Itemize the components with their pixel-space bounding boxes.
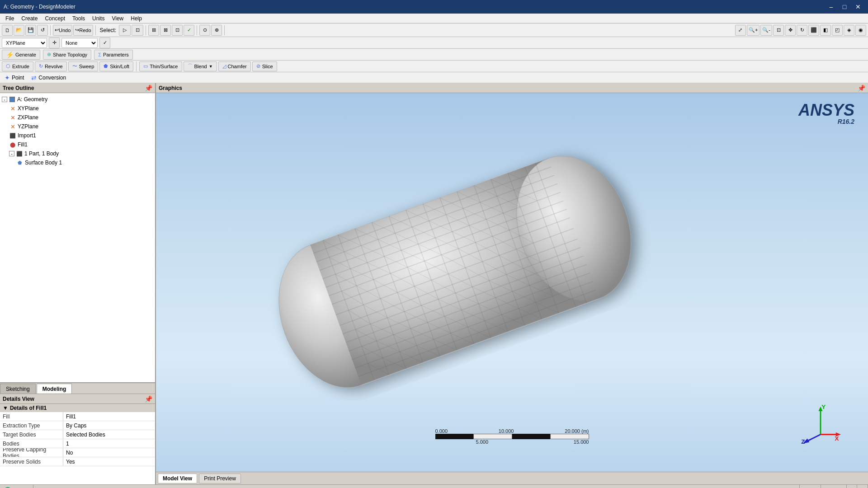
tab-sketching[interactable]: Sketching: [0, 384, 36, 394]
expand-geometry[interactable]: -: [2, 97, 7, 102]
view-btn3[interactable]: ⊡: [172, 25, 183, 36]
extrude-button[interactable]: ⬡ Extrude: [2, 61, 33, 71]
view3d-btn1[interactable]: ⬛: [808, 25, 819, 36]
toolbar3-features: ⬡ Extrude ↻ Revolve 〜 Sweep ⬟ Skin/Loft …: [0, 61, 868, 72]
menu-units[interactable]: Units: [89, 14, 108, 23]
open-button[interactable]: 📂: [14, 25, 24, 36]
select-mode-btn2[interactable]: ⊡: [132, 25, 143, 36]
details-pin-icon[interactable]: 📌: [145, 395, 152, 403]
zoom-fit-btn[interactable]: ⤢: [735, 25, 746, 36]
details-value-fill[interactable]: Fill1: [63, 412, 155, 421]
apply-btn[interactable]: ✓: [99, 38, 110, 48]
point-button[interactable]: ✦ Point: [3, 73, 26, 82]
details-label-preserve-capping: Preserve Capping Bodies: [0, 448, 63, 457]
tab-modeling[interactable]: Modeling: [37, 384, 72, 394]
blend-button[interactable]: ⌒ Blend ▼: [184, 61, 217, 71]
expand-part[interactable]: -: [9, 151, 14, 156]
tool-btn2[interactable]: ⊕: [211, 25, 222, 36]
scale-labels-top: 0.000 10.000 20.000 (m): [435, 428, 589, 434]
menu-view[interactable]: View: [108, 14, 127, 23]
menu-concept[interactable]: Concept: [41, 14, 69, 23]
rotate-btn[interactable]: ↻: [797, 25, 807, 36]
revolve-button[interactable]: ↻ Revolve: [35, 61, 67, 71]
graphics-canvas[interactable]: ANSYS R16.2: [156, 93, 868, 472]
details-section: ▼ Details of Fill1: [0, 404, 155, 412]
details-row-target: Target Bodies Selected Bodies: [0, 430, 155, 439]
sep-features: [136, 61, 137, 71]
tab-model-view[interactable]: Model View: [158, 474, 197, 483]
details-row-extraction: Extraction Type By Caps: [0, 421, 155, 430]
menu-help[interactable]: Help: [127, 14, 146, 23]
titlebar-title: A: Geometry - DesignModeler: [4, 4, 75, 10]
tree-item-zxplane[interactable]: ✕ ZXPlane: [0, 113, 155, 122]
view3d-btn2[interactable]: ◧: [820, 25, 831, 36]
share-topology-label: Share Topology: [53, 52, 87, 57]
menu-tools[interactable]: Tools: [69, 14, 89, 23]
generate-icon: ⚡: [6, 51, 14, 58]
section-collapse-icon[interactable]: ▼: [3, 405, 8, 411]
toolbar4-point: ✦ Point ⇄ Conversion: [0, 72, 868, 83]
menu-create[interactable]: Create: [18, 14, 41, 23]
sweep-button[interactable]: 〜 Sweep: [68, 61, 99, 71]
slice-button[interactable]: ⊘ Slice: [252, 61, 277, 71]
tree-item-import1[interactable]: ⬛ Import1: [0, 131, 155, 140]
scale-label-0: 0.000: [435, 428, 448, 434]
scale-bar: 0.000 10.000 20.000 (m) 5.000 15.000: [435, 428, 589, 445]
tree-item-xyplane[interactable]: ✕ XYPlane: [0, 104, 155, 113]
details-value-extraction[interactable]: By Caps: [63, 421, 155, 430]
tree-item-part[interactable]: - ⬛ 1 Part, 1 Body: [0, 149, 155, 158]
minimize-button[interactable]: ‒: [825, 2, 837, 12]
share-topology-icon: ⊕: [47, 52, 51, 57]
thin-icon: ▭: [143, 63, 148, 69]
chamfer-button[interactable]: ◿ Chamfer: [218, 61, 251, 71]
tree-item-yzplane[interactable]: ✕ YZPlane: [0, 122, 155, 131]
tree-outline: Tree Outline 📌 - A: Geometry ✕ XYPlane ✕: [0, 83, 155, 383]
graphics-pin-icon[interactable]: 📌: [858, 84, 865, 92]
select-mode-btn[interactable]: ▷: [119, 25, 131, 36]
maximize-button[interactable]: □: [838, 2, 851, 12]
details-value-target[interactable]: Selected Bodies: [63, 430, 155, 439]
scale-seg-3: [512, 434, 550, 439]
conversion-label: Conversion: [38, 75, 66, 81]
tree-item-fill1[interactable]: ⬤ Fill1: [0, 140, 155, 149]
generate-button[interactable]: ⚡ Generate: [2, 50, 40, 60]
details-value-preserve-capping[interactable]: No: [63, 448, 155, 457]
details-value-bodies[interactable]: 1: [63, 439, 155, 448]
tree-item-geometry[interactable]: - A: Geometry: [0, 95, 155, 104]
redo-label: Redo: [79, 28, 91, 33]
graphics-header: Graphics 📌: [156, 83, 868, 93]
tree-item-surface-body[interactable]: ⬟ Surface Body 1: [0, 158, 155, 167]
point-icon: ✦: [5, 74, 10, 81]
details-value-preserve-solids[interactable]: Yes: [63, 457, 155, 466]
parameters-button[interactable]: Σ Parameters: [94, 50, 133, 60]
new-button[interactable]: 🗋: [2, 25, 13, 36]
view3d-btn3[interactable]: ◰: [832, 25, 843, 36]
tree-pin-icon[interactable]: 📌: [145, 84, 152, 92]
none-select[interactable]: None: [61, 38, 98, 48]
tool-btn1[interactable]: ⊙: [199, 25, 210, 36]
view-btn4[interactable]: ✓: [184, 25, 194, 36]
view-btn1[interactable]: ⊞: [148, 25, 159, 36]
zoom-out-btn[interactable]: 🔍-: [760, 25, 772, 36]
render-btn[interactable]: ◈: [844, 25, 854, 36]
tab-print-preview[interactable]: Print Preview: [199, 474, 241, 483]
render-btn2[interactable]: ◉: [855, 25, 866, 36]
skinloft-button[interactable]: ⬟ Skin/Loft: [99, 61, 133, 71]
zoom-box-btn[interactable]: ⊡: [773, 25, 784, 36]
thin-surface-button[interactable]: ▭ Thin/Surface: [139, 61, 182, 71]
view-btn2[interactable]: ⊠: [160, 25, 171, 36]
new-sketch-btn[interactable]: ✛: [49, 38, 60, 48]
refresh-button[interactable]: ↺: [37, 25, 48, 36]
titlebar: A: Geometry - DesignModeler ‒ □ ✕: [0, 0, 868, 14]
share-topology-button[interactable]: ⊕ Share Topology: [43, 50, 91, 60]
save-button[interactable]: 💾: [25, 25, 36, 36]
blend-icon: ⌒: [188, 63, 193, 70]
plane-select[interactable]: XYPlane ZXPlane YZPlane: [2, 38, 47, 48]
undo-button[interactable]: ↩ Undo: [53, 25, 72, 36]
pan-btn[interactable]: ✥: [785, 25, 796, 36]
redo-button[interactable]: ↪ Redo: [73, 25, 93, 36]
menu-file[interactable]: File: [2, 14, 18, 23]
close-button[interactable]: ✕: [852, 2, 864, 12]
zoom-in-btn[interactable]: 🔍+: [747, 25, 760, 36]
conversion-button[interactable]: ⇄ Conversion: [29, 73, 68, 82]
